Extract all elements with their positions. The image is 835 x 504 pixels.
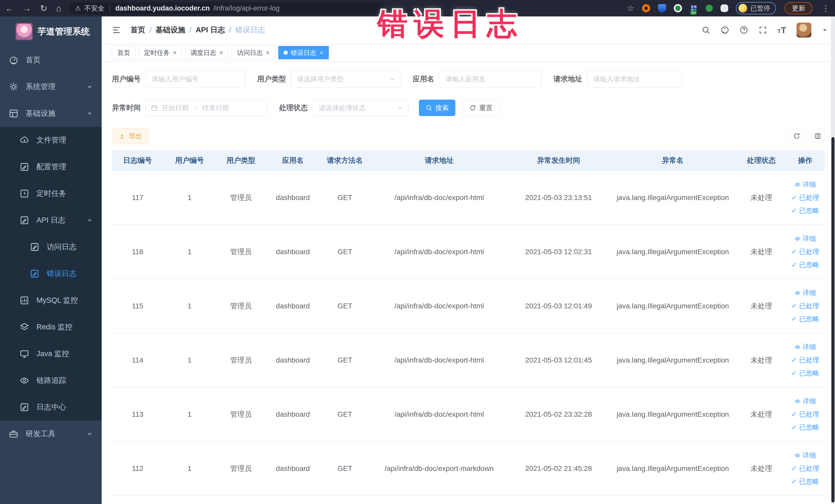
sidebar-item-label: Redis 监控 bbox=[37, 322, 73, 332]
column-settings-button[interactable] bbox=[810, 129, 825, 143]
extension-grid-icon[interactable]: on bbox=[690, 4, 698, 12]
browser-reload-icon[interactable]: ↻ bbox=[40, 3, 47, 13]
paused-badge[interactable]: 已暂停 bbox=[736, 2, 776, 14]
cell-user-id: 1 bbox=[163, 302, 216, 310]
breadcrumb: 首页 / 基础设施 / API 日志 / 错误日志 bbox=[130, 25, 265, 35]
mark-processed-link[interactable]: ✓已处理 bbox=[791, 410, 819, 419]
sidebar-item-home[interactable]: 首页 bbox=[0, 47, 102, 74]
breadcrumb-api-logs[interactable]: API 日志 bbox=[196, 25, 225, 35]
app-name-input[interactable] bbox=[439, 70, 542, 87]
exception-time-range-picker[interactable]: 开始日期 - 结束日期 bbox=[145, 99, 267, 116]
bookmark-star-icon[interactable]: ☆ bbox=[627, 3, 634, 13]
tab-label: 定时任务 bbox=[144, 48, 170, 57]
fullscreen-icon[interactable] bbox=[758, 26, 767, 35]
detail-link[interactable]: 详细 bbox=[794, 180, 816, 189]
browser-home-icon[interactable]: ⌂ bbox=[56, 3, 62, 13]
app-name-label: 应用名 bbox=[413, 74, 434, 84]
avatar[interactable] bbox=[796, 23, 811, 38]
scrollbar-thumb[interactable] bbox=[831, 137, 834, 502]
sidebar-item-infrastructure[interactable]: 基础设施 bbox=[0, 100, 102, 127]
sidebar-item-java-monitor[interactable]: Java 监控 bbox=[0, 340, 102, 367]
browser-menu-icon[interactable]: ⋮ bbox=[822, 3, 830, 13]
sidebar-item-dev-tools[interactable]: 研发工具 bbox=[0, 421, 102, 447]
tab-scheduled-tasks[interactable]: 定时任务 × bbox=[139, 46, 182, 59]
cell-time: 2021-05-03 23:13:51 bbox=[509, 194, 609, 202]
sidebar-item-label: 研发工具 bbox=[26, 429, 56, 439]
sidebar-item-trace[interactable]: 链路追踪 bbox=[0, 367, 102, 394]
tab-error-log[interactable]: 错误日志 × bbox=[278, 46, 329, 59]
docs-question-icon[interactable] bbox=[739, 26, 748, 35]
extension-orange-icon[interactable] bbox=[642, 4, 650, 12]
mark-ignored-link[interactable]: ✓已忽略 bbox=[791, 477, 819, 486]
extension-leaf-icon[interactable] bbox=[706, 5, 713, 12]
user-type-select[interactable]: 请选择用户类型 bbox=[290, 70, 401, 87]
sidebar-item-config-management[interactable]: 配置管理 bbox=[0, 154, 102, 180]
process-status-select[interactable]: 请选择处理状态 bbox=[312, 99, 409, 116]
status-badge: 未处理 bbox=[737, 355, 786, 365]
mark-processed-link[interactable]: ✓已处理 bbox=[791, 247, 819, 256]
detail-link[interactable]: 详细 bbox=[794, 234, 816, 243]
sidebar-item-redis-monitor[interactable]: Redis 监控 bbox=[0, 314, 102, 340]
filter-row-2: 异常时间 开始日期 - 结束日期 处理状态 请选择处理状态 搜索 重置 bbox=[112, 99, 825, 116]
reset-button[interactable]: 重置 bbox=[463, 100, 500, 116]
mark-processed-link[interactable]: ✓已处理 bbox=[791, 464, 819, 473]
detail-link[interactable]: 详细 bbox=[794, 451, 816, 460]
status-badge: 未处理 bbox=[737, 409, 786, 419]
cell-user-id: 1 bbox=[163, 464, 216, 473]
tab-home[interactable]: 首页 bbox=[112, 46, 136, 59]
mark-ignored-link[interactable]: ✓已忽略 bbox=[791, 206, 819, 215]
mark-ignored-link[interactable]: ✓已忽略 bbox=[791, 315, 819, 323]
breadcrumb-home[interactable]: 首页 bbox=[130, 25, 145, 35]
tab-label: 访问日志 bbox=[237, 48, 263, 57]
font-size-icon[interactable]: TT bbox=[777, 25, 786, 35]
request-url-input[interactable] bbox=[587, 70, 682, 87]
mark-ignored-link[interactable]: ✓已忽略 bbox=[791, 423, 819, 432]
extension-green-icon[interactable] bbox=[674, 4, 682, 12]
tab-access-log[interactable]: 访问日志 × bbox=[231, 46, 275, 59]
sidebar-item-log-center[interactable]: 日志中心 bbox=[0, 394, 102, 421]
search-button[interactable]: 搜索 bbox=[419, 100, 455, 116]
extension-on-badge: on bbox=[690, 10, 697, 15]
sidebar-item-system-management[interactable]: 系统管理 bbox=[0, 74, 102, 100]
extensions-puzzle-icon[interactable] bbox=[720, 4, 728, 12]
sidebar-item-api-logs[interactable]: API 日志 bbox=[0, 207, 102, 234]
update-button[interactable]: 更新 bbox=[785, 2, 812, 14]
close-icon[interactable]: × bbox=[320, 49, 323, 56]
mark-processed-link[interactable]: ✓已处理 bbox=[791, 356, 819, 365]
close-icon[interactable]: × bbox=[219, 49, 223, 56]
detail-link[interactable]: 详细 bbox=[794, 288, 816, 297]
sidebar-item-scheduled-tasks[interactable]: 定时任务 bbox=[0, 180, 102, 207]
mark-processed-link[interactable]: ✓已处理 bbox=[791, 301, 819, 310]
page-scrollbar[interactable] bbox=[831, 16, 835, 504]
cell-time: 2021-05-03 12:01:45 bbox=[509, 356, 609, 364]
extension-shield-icon[interactable] bbox=[658, 4, 666, 12]
table-header-row: 日志编号 用户编号 用户类型 应用名 请求方法名 请求地址 异常发生时间 异常名… bbox=[112, 150, 825, 171]
search-icon[interactable] bbox=[701, 26, 710, 35]
github-icon[interactable] bbox=[720, 26, 729, 35]
mark-processed-link[interactable]: ✓已处理 bbox=[791, 193, 819, 202]
close-icon[interactable]: × bbox=[266, 49, 269, 56]
browser-forward-icon[interactable]: → bbox=[23, 3, 31, 13]
detail-link[interactable]: 详细 bbox=[794, 343, 816, 351]
sidebar-item-access-log[interactable]: 访问日志 bbox=[0, 234, 102, 260]
breadcrumb-infrastructure[interactable]: 基础设施 bbox=[156, 25, 185, 35]
caret-down-icon[interactable] bbox=[822, 27, 828, 33]
close-icon[interactable]: × bbox=[173, 49, 177, 56]
browser-chrome: ← → ↻ ⌂ ⚠ 不安全 | dashboard.yudao.iocoder.… bbox=[0, 0, 835, 16]
refresh-table-button[interactable] bbox=[789, 129, 804, 143]
detail-link[interactable]: 详细 bbox=[794, 397, 816, 406]
sidebar-item-mysql-monitor[interactable]: MySQL 监控 bbox=[0, 287, 102, 314]
tab-dispatch-log[interactable]: 调度日志 × bbox=[185, 46, 228, 59]
hamburger-icon[interactable] bbox=[111, 26, 122, 35]
app-logo[interactable]: 芋道管理系统 bbox=[0, 16, 102, 47]
sidebar-item-file-management[interactable]: 文件管理 bbox=[0, 127, 102, 154]
export-button-label: 导出 bbox=[128, 132, 142, 141]
search-icon bbox=[426, 104, 432, 111]
export-button[interactable]: 导出 bbox=[112, 128, 149, 144]
mark-ignored-link[interactable]: ✓已忽略 bbox=[791, 369, 819, 378]
mark-ignored-link[interactable]: ✓已忽略 bbox=[791, 260, 819, 269]
user-id-input[interactable] bbox=[145, 70, 245, 87]
browser-back-icon[interactable]: ← bbox=[5, 3, 14, 13]
address-bar[interactable]: ⚠ 不安全 | dashboard.yudao.iocoder.cn/infra… bbox=[68, 2, 384, 14]
sidebar-item-error-log[interactable]: 错误日志 bbox=[0, 260, 102, 287]
